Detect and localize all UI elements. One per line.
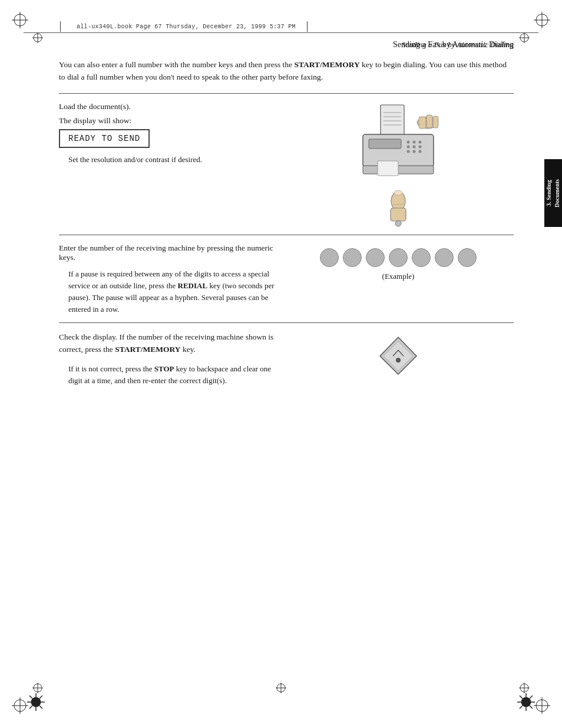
svg-point-38 <box>413 145 416 148</box>
key-3 <box>366 248 385 267</box>
svg-point-50 <box>394 190 402 195</box>
example-label: (Example) <box>382 272 415 281</box>
step-3-left: Check the display. If the number of the … <box>59 331 277 387</box>
reg-mark-bottom-left <box>12 697 28 716</box>
step-3-note: If it is not correct, press the STOP key… <box>59 363 277 387</box>
sunburst-icon <box>27 693 45 711</box>
svg-point-35 <box>413 140 416 143</box>
step-1-section: Load the document(s). The display will s… <box>59 94 514 235</box>
svg-point-54 <box>395 220 401 226</box>
step-2-section: Enter the number of the receiving machin… <box>59 235 514 324</box>
numeric-keys-row <box>320 248 477 267</box>
svg-point-36 <box>419 140 422 143</box>
svg-rect-46 <box>419 117 426 129</box>
svg-point-34 <box>407 140 410 143</box>
main-content: You can also enter a full number with th… <box>59 59 514 394</box>
step-3-right <box>283 331 514 378</box>
svg-rect-44 <box>378 161 398 176</box>
key-7 <box>458 248 477 267</box>
step-1-left: Load the document(s). The display will s… <box>59 102 277 164</box>
intro-text: You can also enter a full number with th… <box>59 60 507 81</box>
step-1-load-text: Load the document(s). <box>59 102 277 111</box>
key-2 <box>343 248 362 267</box>
step-1-display-label: The display will show: <box>59 116 277 126</box>
step-3-section: Check the display. If the number of the … <box>59 323 514 394</box>
svg-point-40 <box>407 150 410 153</box>
svg-rect-48 <box>433 116 438 128</box>
svg-line-62 <box>39 706 42 709</box>
page-title-text: Sending a Fax by Automatic Dialing <box>402 40 514 50</box>
file-info-bar: all-ux340L.book Page 67 Thursday, Decemb… <box>77 21 296 31</box>
svg-point-56 <box>31 697 41 707</box>
svg-point-55 <box>396 358 401 363</box>
svg-line-61 <box>29 696 32 699</box>
margin-mark-bottom-center <box>276 683 286 696</box>
side-tab-text: 3. Sending Documents <box>545 179 561 207</box>
svg-line-63 <box>39 696 42 699</box>
svg-point-37 <box>407 145 410 148</box>
start-memory-key-illustration <box>376 334 421 378</box>
reg-mark-top-left <box>12 12 28 31</box>
step-2-main-text: Enter the number of the receiving machin… <box>59 243 277 262</box>
step-1-note: Set the resolution and/or contrast if de… <box>59 155 277 164</box>
side-tab: 3. Sending Documents <box>544 159 562 227</box>
reg-mark-bottom-right <box>534 697 550 716</box>
step-2-note: If a pause is required between any of th… <box>59 268 277 316</box>
step-3-main-text: Check the display. If the number of the … <box>59 331 277 356</box>
svg-rect-33 <box>369 139 401 149</box>
file-info-text: all-ux340L.book Page 67 Thursday, Decemb… <box>77 24 296 30</box>
reg-mark-top-right <box>534 12 550 31</box>
top-rule <box>24 32 538 33</box>
key-4 <box>389 248 408 267</box>
fax-machine-illustration <box>348 102 448 179</box>
svg-point-41 <box>413 150 416 153</box>
bottom-right-decoration <box>517 693 535 711</box>
margin-mark-top-left <box>32 32 43 45</box>
svg-line-71 <box>530 706 533 709</box>
step-2-right: (Example) <box>283 243 514 281</box>
key-5 <box>412 248 431 267</box>
step-1-right <box>283 102 514 228</box>
svg-point-65 <box>521 697 531 707</box>
sunburst-icon-right <box>517 693 535 711</box>
bottom-left-decoration <box>27 693 45 711</box>
step-2-left: Enter the number of the receiving machin… <box>59 243 277 316</box>
svg-rect-47 <box>427 115 432 128</box>
margin-mark-top-right <box>519 32 530 45</box>
svg-point-42 <box>419 150 422 153</box>
intro-paragraph: You can also enter a full number with th… <box>59 59 514 84</box>
svg-line-73 <box>520 706 523 709</box>
finger-illustration <box>378 183 419 228</box>
key-1 <box>320 248 339 267</box>
key-6 <box>435 248 454 267</box>
display-box: READY TO SEND <box>59 129 150 148</box>
svg-line-70 <box>520 696 523 699</box>
svg-point-39 <box>419 145 422 148</box>
svg-rect-53 <box>391 208 406 221</box>
svg-line-72 <box>530 696 533 699</box>
svg-line-64 <box>29 706 32 709</box>
